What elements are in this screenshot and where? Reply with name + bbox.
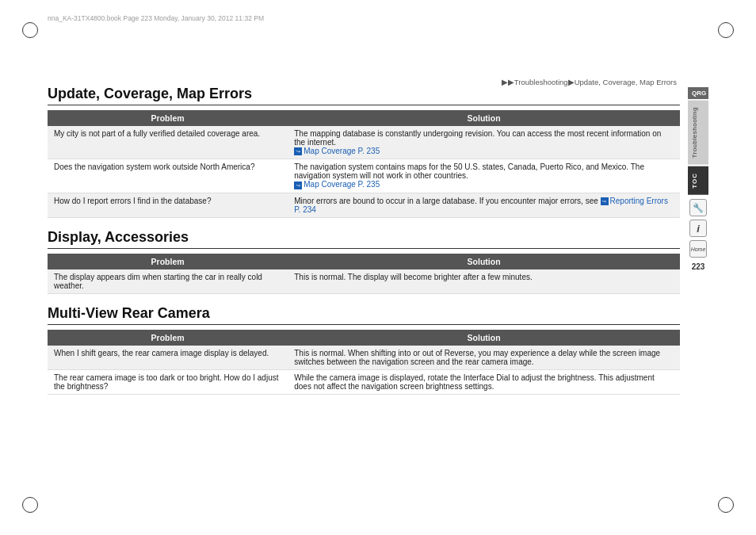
map-coverage-icon-2: ↪ xyxy=(294,182,302,189)
page-number: 223 xyxy=(692,262,705,271)
map-coverage-link-1[interactable]: Map Coverage P. 235 xyxy=(304,147,380,155)
solution-cell: The mapping database is constantly under… xyxy=(288,126,680,159)
right-sidebar: QRG Troubleshooting TOC 🔧 i Home 223 xyxy=(688,87,708,271)
corner-mark-tl xyxy=(22,22,38,38)
corner-mark-bl xyxy=(22,497,38,513)
reporting-errors-icon: ↪ xyxy=(601,197,609,205)
col-header-solution-2: Solution xyxy=(288,254,680,269)
problem-cell: Does the navigation system work outside … xyxy=(48,159,288,193)
page-header: nna_KA-31TX4800.book Page 223 Monday, Ja… xyxy=(48,14,708,22)
corner-mark-br xyxy=(718,497,734,513)
info-icon[interactable]: i xyxy=(689,220,707,237)
table-row: How do I report errors I find in the dat… xyxy=(48,193,680,217)
problem-cell: The display appears dim when starting th… xyxy=(48,269,288,294)
table-update-coverage: Problem Solution My city is not part of … xyxy=(48,110,680,218)
table-row: The display appears dim when starting th… xyxy=(48,269,680,294)
col-header-solution-3: Solution xyxy=(288,330,680,346)
section-multi-view-rear-camera: Multi-View Rear Camera Problem Solution … xyxy=(48,305,680,395)
sidebar-icon-group: 🔧 i Home xyxy=(688,199,708,258)
solution-cell: While the camera image is displayed, rot… xyxy=(288,370,680,395)
section-heading-1: Update, Coverage, Map Errors xyxy=(48,86,680,105)
col-header-solution-1: Solution xyxy=(288,110,680,126)
table-multi-view-rear-camera: Problem Solution When I shift gears, the… xyxy=(48,330,680,395)
table-display-accessories: Problem Solution The display appears dim… xyxy=(48,254,680,294)
map-coverage-link-2[interactable]: Map Coverage P. 235 xyxy=(304,180,380,189)
problem-cell: My city is not part of a fully verified … xyxy=(48,126,288,159)
solution-cell: This is normal. The display will become … xyxy=(288,269,680,294)
toc-tab[interactable]: TOC xyxy=(688,166,708,195)
solution-cell: This is normal. When shifting into or ou… xyxy=(288,346,680,370)
troubleshooting-tab[interactable]: Troubleshooting xyxy=(688,101,708,165)
problem-cell: When I shift gears, the rear camera imag… xyxy=(48,346,288,370)
file-info: nna_KA-31TX4800.book Page 223 Monday, Ja… xyxy=(48,14,264,22)
corner-mark-tr xyxy=(718,22,734,38)
problem-cell: How do I report errors I find in the dat… xyxy=(48,193,288,217)
col-header-problem-1: Problem xyxy=(48,110,288,126)
table-row: Does the navigation system work outside … xyxy=(48,159,680,193)
problem-cell: The rear camera image is too dark or too… xyxy=(48,370,288,395)
table-row: When I shift gears, the rear camera imag… xyxy=(48,346,680,370)
home-button[interactable]: Home xyxy=(689,240,707,258)
map-coverage-icon-1: ↪ xyxy=(294,147,302,155)
qrg-tab[interactable]: QRG xyxy=(688,87,708,99)
solution-cell: The navigation system contains maps for … xyxy=(288,159,680,193)
section-heading-3: Multi-View Rear Camera xyxy=(48,305,680,325)
col-header-problem-2: Problem xyxy=(48,254,288,269)
section-heading-2: Display, Accessories xyxy=(48,229,680,249)
col-header-problem-3: Problem xyxy=(48,330,288,346)
table-row: The rear camera image is too dark or too… xyxy=(48,370,680,395)
section-display-accessories: Display, Accessories Problem Solution Th… xyxy=(48,229,680,294)
section-update-coverage: Update, Coverage, Map Errors Problem Sol… xyxy=(48,86,680,218)
wrench-icon[interactable]: 🔧 xyxy=(689,199,707,216)
solution-cell: Minor errors are bound to occur in a lar… xyxy=(288,193,680,217)
main-content: Update, Coverage, Map Errors Problem Sol… xyxy=(48,86,680,495)
table-row: My city is not part of a fully verified … xyxy=(48,126,680,159)
